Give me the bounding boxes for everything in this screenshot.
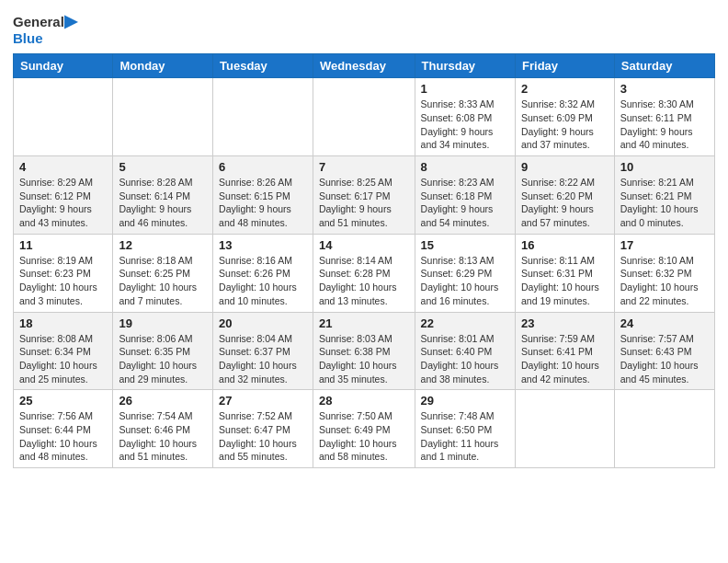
day-info: Sunrise: 7:50 AM Sunset: 6:49 PM Dayligh…	[319, 409, 409, 464]
day-info: Sunrise: 8:23 AM Sunset: 6:18 PM Dayligh…	[421, 176, 509, 230]
day-info: Sunrise: 8:04 AM Sunset: 6:37 PM Dayligh…	[219, 332, 307, 386]
calendar-cell: 2Sunrise: 8:32 AM Sunset: 6:09 PM Daylig…	[516, 78, 615, 156]
calendar-cell: 20Sunrise: 8:04 AM Sunset: 6:37 PM Dayli…	[213, 312, 313, 390]
calendar-cell: 12Sunrise: 8:18 AM Sunset: 6:25 PM Dayli…	[113, 234, 213, 312]
day-number: 22	[421, 316, 509, 330]
calendar-cell: 7Sunrise: 8:25 AM Sunset: 6:17 PM Daylig…	[313, 156, 415, 235]
calendar-cell: 26Sunrise: 7:54 AM Sunset: 6:46 PM Dayli…	[113, 390, 213, 468]
calendar-cell: 8Sunrise: 8:23 AM Sunset: 6:18 PM Daylig…	[415, 156, 515, 235]
day-header-monday: Monday	[113, 54, 213, 78]
day-info: Sunrise: 8:21 AM Sunset: 6:21 PM Dayligh…	[620, 176, 709, 230]
day-number: 15	[421, 238, 509, 252]
day-number: 4	[19, 160, 107, 174]
calendar-cell: 4Sunrise: 8:29 AM Sunset: 6:12 PM Daylig…	[14, 156, 113, 235]
calendar-cell: 9Sunrise: 8:22 AM Sunset: 6:20 PM Daylig…	[516, 156, 615, 235]
day-info: Sunrise: 8:30 AM Sunset: 6:11 PM Dayligh…	[620, 98, 709, 152]
calendar-cell: 10Sunrise: 8:21 AM Sunset: 6:21 PM Dayli…	[614, 156, 714, 235]
calendar-cell: 19Sunrise: 8:06 AM Sunset: 6:35 PM Dayli…	[113, 312, 213, 390]
day-info: Sunrise: 8:01 AM Sunset: 6:40 PM Dayligh…	[421, 332, 509, 386]
day-number: 2	[521, 82, 609, 96]
calendar-cell: 6Sunrise: 8:26 AM Sunset: 6:15 PM Daylig…	[213, 156, 313, 235]
day-info: Sunrise: 7:56 AM Sunset: 6:44 PM Dayligh…	[19, 409, 107, 464]
calendar-week-2: 4Sunrise: 8:29 AM Sunset: 6:12 PM Daylig…	[14, 156, 715, 235]
calendar-cell: 15Sunrise: 8:13 AM Sunset: 6:29 PM Dayli…	[415, 234, 515, 312]
day-number: 17	[620, 238, 709, 252]
day-number: 6	[219, 160, 307, 174]
day-info: Sunrise: 7:48 AM Sunset: 6:50 PM Dayligh…	[421, 409, 509, 464]
calendar-cell: 22Sunrise: 8:01 AM Sunset: 6:40 PM Dayli…	[415, 312, 515, 390]
day-info: Sunrise: 8:08 AM Sunset: 6:34 PM Dayligh…	[19, 332, 107, 386]
day-number: 12	[119, 238, 207, 252]
day-header-wednesday: Wednesday	[313, 54, 415, 78]
day-info: Sunrise: 8:10 AM Sunset: 6:32 PM Dayligh…	[620, 254, 709, 308]
day-number: 8	[421, 160, 509, 174]
logo-text: General▶ Blue	[13, 13, 77, 46]
header: General▶ Blue	[13, 9, 715, 46]
calendar-cell	[516, 390, 615, 468]
day-number: 27	[219, 394, 307, 408]
day-number: 18	[19, 316, 107, 330]
day-number: 21	[319, 316, 409, 330]
calendar-cell: 3Sunrise: 8:30 AM Sunset: 6:11 PM Daylig…	[614, 78, 714, 156]
calendar: SundayMondayTuesdayWednesdayThursdayFrid…	[13, 53, 715, 468]
calendar-cell: 27Sunrise: 7:52 AM Sunset: 6:47 PM Dayli…	[213, 390, 313, 468]
day-number: 11	[19, 238, 107, 252]
day-number: 25	[19, 394, 107, 408]
day-info: Sunrise: 8:13 AM Sunset: 6:29 PM Dayligh…	[421, 254, 509, 308]
calendar-cell	[213, 78, 313, 156]
day-number: 3	[620, 82, 709, 96]
calendar-cell: 18Sunrise: 8:08 AM Sunset: 6:34 PM Dayli…	[14, 312, 113, 390]
day-info: Sunrise: 8:03 AM Sunset: 6:38 PM Dayligh…	[319, 332, 409, 386]
day-number: 14	[319, 238, 409, 252]
day-header-thursday: Thursday	[415, 54, 515, 78]
day-info: Sunrise: 8:22 AM Sunset: 6:20 PM Dayligh…	[521, 176, 609, 230]
calendar-cell	[614, 390, 714, 468]
day-info: Sunrise: 7:54 AM Sunset: 6:46 PM Dayligh…	[119, 409, 207, 464]
day-number: 24	[620, 316, 709, 330]
day-info: Sunrise: 8:18 AM Sunset: 6:25 PM Dayligh…	[119, 254, 207, 308]
day-header-sunday: Sunday	[14, 54, 113, 78]
day-info: Sunrise: 8:14 AM Sunset: 6:28 PM Dayligh…	[319, 254, 409, 308]
day-number: 23	[521, 316, 609, 330]
day-number: 26	[119, 394, 207, 408]
day-number: 19	[119, 316, 207, 330]
calendar-cell: 1Sunrise: 8:33 AM Sunset: 6:08 PM Daylig…	[415, 78, 515, 156]
logo: General▶ Blue	[13, 13, 77, 46]
day-number: 29	[421, 394, 509, 408]
calendar-cell: 13Sunrise: 8:16 AM Sunset: 6:26 PM Dayli…	[213, 234, 313, 312]
calendar-cell	[14, 78, 113, 156]
day-header-tuesday: Tuesday	[213, 54, 313, 78]
day-info: Sunrise: 8:32 AM Sunset: 6:09 PM Dayligh…	[521, 98, 609, 152]
calendar-cell: 21Sunrise: 8:03 AM Sunset: 6:38 PM Dayli…	[313, 312, 415, 390]
calendar-week-5: 25Sunrise: 7:56 AM Sunset: 6:44 PM Dayli…	[14, 390, 715, 468]
calendar-week-4: 18Sunrise: 8:08 AM Sunset: 6:34 PM Dayli…	[14, 312, 715, 390]
day-info: Sunrise: 8:26 AM Sunset: 6:15 PM Dayligh…	[219, 176, 307, 230]
day-header-saturday: Saturday	[614, 54, 714, 78]
day-number: 10	[620, 160, 709, 174]
calendar-cell: 29Sunrise: 7:48 AM Sunset: 6:50 PM Dayli…	[415, 390, 515, 468]
day-info: Sunrise: 8:11 AM Sunset: 6:31 PM Dayligh…	[521, 254, 609, 308]
day-info: Sunrise: 7:59 AM Sunset: 6:41 PM Dayligh…	[521, 332, 609, 386]
calendar-cell: 11Sunrise: 8:19 AM Sunset: 6:23 PM Dayli…	[14, 234, 113, 312]
calendar-cell: 24Sunrise: 7:57 AM Sunset: 6:43 PM Dayli…	[614, 312, 714, 390]
day-info: Sunrise: 8:06 AM Sunset: 6:35 PM Dayligh…	[119, 332, 207, 386]
day-number: 7	[319, 160, 409, 174]
day-info: Sunrise: 8:25 AM Sunset: 6:17 PM Dayligh…	[319, 176, 409, 230]
day-info: Sunrise: 8:28 AM Sunset: 6:14 PM Dayligh…	[119, 176, 207, 230]
calendar-cell: 25Sunrise: 7:56 AM Sunset: 6:44 PM Dayli…	[14, 390, 113, 468]
calendar-cell: 28Sunrise: 7:50 AM Sunset: 6:49 PM Dayli…	[313, 390, 415, 468]
day-info: Sunrise: 8:16 AM Sunset: 6:26 PM Dayligh…	[219, 254, 307, 308]
calendar-header-row: SundayMondayTuesdayWednesdayThursdayFrid…	[14, 54, 715, 78]
calendar-cell: 23Sunrise: 7:59 AM Sunset: 6:41 PM Dayli…	[516, 312, 615, 390]
calendar-cell: 17Sunrise: 8:10 AM Sunset: 6:32 PM Dayli…	[614, 234, 714, 312]
calendar-week-1: 1Sunrise: 8:33 AM Sunset: 6:08 PM Daylig…	[14, 78, 715, 156]
day-info: Sunrise: 8:29 AM Sunset: 6:12 PM Dayligh…	[19, 176, 107, 230]
calendar-cell	[313, 78, 415, 156]
day-number: 1	[421, 82, 509, 96]
day-number: 9	[521, 160, 609, 174]
calendar-week-3: 11Sunrise: 8:19 AM Sunset: 6:23 PM Dayli…	[14, 234, 715, 312]
day-info: Sunrise: 8:33 AM Sunset: 6:08 PM Dayligh…	[421, 98, 509, 152]
day-info: Sunrise: 7:57 AM Sunset: 6:43 PM Dayligh…	[620, 332, 709, 386]
calendar-cell: 16Sunrise: 8:11 AM Sunset: 6:31 PM Dayli…	[516, 234, 615, 312]
calendar-cell: 5Sunrise: 8:28 AM Sunset: 6:14 PM Daylig…	[113, 156, 213, 235]
